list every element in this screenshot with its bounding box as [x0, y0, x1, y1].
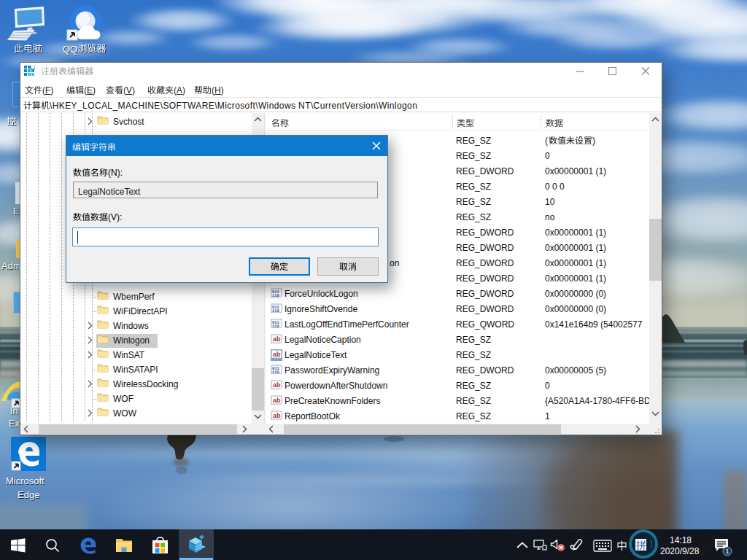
svg-text:1: 1	[725, 548, 729, 555]
